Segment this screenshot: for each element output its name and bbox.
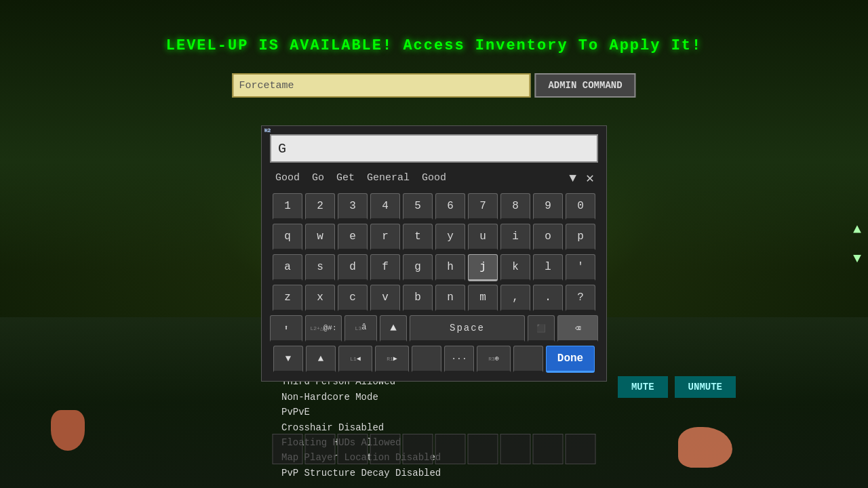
mute-area: MUTE UNMUTE xyxy=(618,376,736,398)
key-question[interactable]: ? xyxy=(566,285,595,312)
server-info-line-8: PvP Structure Decay Disabled xyxy=(281,466,441,481)
key-r1-right[interactable]: R1 ▶ xyxy=(375,346,409,373)
hotbar-slot-8[interactable] xyxy=(500,434,531,464)
key-done[interactable]: R2 Done xyxy=(546,346,595,373)
right-deco: ▲ ▼ xyxy=(853,222,861,266)
key-d[interactable]: d xyxy=(338,254,368,281)
hotbar-slot-4[interactable] xyxy=(370,434,401,464)
key-apostrophe[interactable]: ' xyxy=(566,254,595,281)
suggestions-row: Good Go Get General Good ▼ ✕ xyxy=(270,169,598,186)
server-info-line-5: Crosshair Disabled xyxy=(281,420,441,435)
key-7[interactable]: 7 xyxy=(468,193,498,220)
key-3[interactable]: 3 xyxy=(338,193,368,220)
admin-command-input[interactable] xyxy=(232,73,530,98)
keyboard-rows: 1 2 3 4 5 6 7 8 9 0 q w e r t y u i o p … xyxy=(270,193,598,373)
suggestion-good1[interactable]: Good xyxy=(271,171,304,185)
modifier-space-row: L2⬆ L2+△ @#: L3 â ▲ Space ⬛ ⌫ xyxy=(270,315,598,342)
key-9[interactable]: 9 xyxy=(533,193,563,220)
key-l[interactable]: l xyxy=(533,254,563,281)
key-ellipsis[interactable]: ··· xyxy=(444,346,474,373)
key-f[interactable]: f xyxy=(370,254,400,281)
hotbar-slot-6[interactable] xyxy=(435,434,466,464)
suggestion-general[interactable]: General xyxy=(363,171,414,185)
key-s[interactable]: s xyxy=(305,254,335,281)
key-z[interactable]: z xyxy=(273,285,302,312)
key-empty-mid[interactable] xyxy=(412,346,441,373)
key-up-arrow[interactable]: ▲ xyxy=(306,346,336,373)
key-1[interactable]: 1 xyxy=(273,193,302,220)
key-o[interactable]: o xyxy=(533,224,563,251)
key-l1-left[interactable]: L1 ◀ xyxy=(338,346,372,373)
key-down-arrow[interactable]: ▼ xyxy=(273,346,303,373)
unmute-button[interactable]: UNMUTE xyxy=(675,376,736,398)
key-6[interactable]: 6 xyxy=(435,193,465,220)
key-comma[interactable]: , xyxy=(500,285,530,312)
hotbar xyxy=(273,434,596,464)
deco-arrow-down[interactable]: ▼ xyxy=(853,251,861,266)
key-b[interactable]: b xyxy=(403,285,433,312)
suggestion-good2[interactable]: Good xyxy=(418,171,450,185)
zxcv-row: z x c v b n m , . ? xyxy=(270,285,598,312)
key-g[interactable]: g xyxy=(403,254,433,281)
key-l3-accent[interactable]: L3 â xyxy=(344,315,377,342)
mute-button[interactable]: MUTE xyxy=(618,376,668,398)
level-up-banner: LEVEL-UP IS AVAILABLE! Access Inventory … xyxy=(166,37,703,54)
suggestion-get[interactable]: Get xyxy=(332,171,359,185)
admin-command-button[interactable]: ADMIN COMMAND xyxy=(534,73,635,98)
level-up-text: LEVEL-UP IS AVAILABLE! Access Inventory … xyxy=(166,37,703,54)
keyboard-text-input[interactable] xyxy=(270,134,598,163)
key-e[interactable]: e xyxy=(338,224,368,251)
suggestion-go[interactable]: Go xyxy=(308,171,328,185)
hotbar-slot-10[interactable] xyxy=(566,434,596,464)
key-2[interactable]: 2 xyxy=(305,193,335,220)
key-j[interactable]: j xyxy=(468,254,498,281)
admin-area: ADMIN COMMAND xyxy=(232,73,635,98)
key-k[interactable]: k xyxy=(500,254,530,281)
hotbar-slot-2[interactable] xyxy=(305,434,336,464)
key-c[interactable]: c xyxy=(338,285,368,312)
key-l2-symbols[interactable]: L2+△ @#: xyxy=(305,315,342,342)
key-n[interactable]: n xyxy=(435,285,465,312)
nav-row: ▼ ▲ L1 ◀ R1 ▶ ··· R3 ⊕ R2 Done xyxy=(270,346,598,373)
key-w[interactable]: w xyxy=(305,224,335,251)
server-info-line-3: Non-Hardcore Mode xyxy=(281,390,441,405)
asdf-row: a s d f g h j k l ' xyxy=(270,254,598,281)
key-backspace[interactable]: ⌫ xyxy=(557,315,598,342)
key-a[interactable]: a xyxy=(273,254,302,281)
key-q[interactable]: q xyxy=(273,224,302,251)
key-v[interactable]: v xyxy=(370,285,400,312)
key-square[interactable]: ⬛ xyxy=(528,315,555,342)
hotbar-slot-3[interactable] xyxy=(338,434,368,464)
key-p[interactable]: p xyxy=(566,224,595,251)
key-t[interactable]: t xyxy=(403,224,433,251)
number-row: 1 2 3 4 5 6 7 8 9 0 xyxy=(270,193,598,220)
key-l2-upload[interactable]: L2⬆ xyxy=(270,315,302,342)
key-triangle[interactable]: ▲ xyxy=(380,315,407,342)
server-info-line-4: PvPvE xyxy=(281,405,441,420)
key-r[interactable]: r xyxy=(370,224,400,251)
hotbar-slot-1[interactable] xyxy=(273,434,303,464)
hotbar-slot-5[interactable] xyxy=(403,434,433,464)
key-u[interactable]: u xyxy=(468,224,498,251)
key-x[interactable]: x xyxy=(305,285,335,312)
suggestions-dropdown-icon[interactable]: ▼ xyxy=(566,171,579,185)
key-5[interactable]: 5 xyxy=(403,193,433,220)
key-4[interactable]: 4 xyxy=(370,193,400,220)
player-character xyxy=(51,410,85,451)
key-empty-right[interactable] xyxy=(513,346,543,373)
qwerty-row: q w e r t y u i o p xyxy=(270,224,598,251)
key-y[interactable]: y xyxy=(435,224,465,251)
key-m[interactable]: m xyxy=(468,285,498,312)
suggestions-close-icon[interactable]: ✕ xyxy=(583,169,597,186)
deco-arrow-up[interactable]: ▲ xyxy=(853,222,861,237)
key-8[interactable]: 8 xyxy=(500,193,530,220)
key-r3-gamepad[interactable]: R3 ⊕ xyxy=(477,346,511,373)
hotbar-slot-9[interactable] xyxy=(533,434,564,464)
key-i[interactable]: i xyxy=(500,224,530,251)
key-0[interactable]: 0 xyxy=(566,193,595,220)
hotbar-slot-7[interactable] xyxy=(468,434,498,464)
key-space[interactable]: Space xyxy=(410,315,525,342)
key-period[interactable]: . xyxy=(533,285,563,312)
key-h[interactable]: h xyxy=(435,254,465,281)
keyboard-container: Good Go Get General Good ▼ ✕ 1 2 3 4 5 6… xyxy=(261,125,607,382)
